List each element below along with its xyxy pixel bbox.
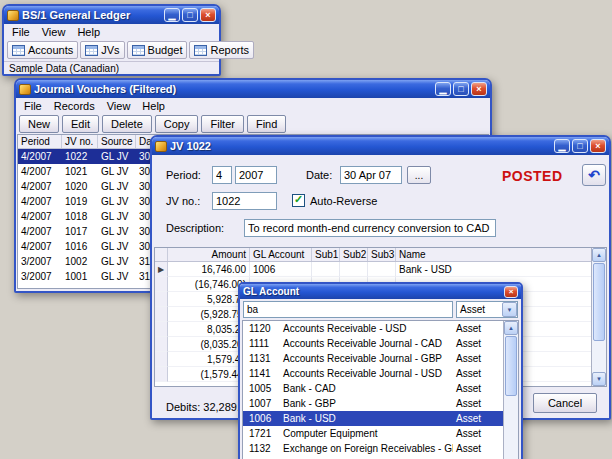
delete-button[interactable]: Delete (102, 115, 152, 133)
jv-line-row[interactable]: ▶ 16,746.00 1006 Bank - USD (155, 262, 606, 277)
cell-account-name: Exchange on Foreign Receivables - GBP (281, 443, 453, 454)
menu-help[interactable]: Help (71, 26, 106, 38)
gl-account-row-selected[interactable]: 1006 Bank - USD Asset (243, 411, 518, 426)
find-button[interactable]: Find (247, 115, 286, 133)
period-input[interactable] (212, 166, 232, 184)
cell-period: 4/2007 (18, 196, 62, 207)
gl-account-row[interactable]: 1721 Computer Equipment Asset (243, 426, 518, 441)
row-selector-cell (155, 277, 168, 292)
scroll-up-button[interactable]: ▲ (592, 248, 606, 262)
maximize-button[interactable]: □ (572, 139, 588, 153)
menu-view[interactable]: View (36, 26, 72, 38)
account-search-input[interactable] (243, 301, 453, 318)
jv-detail-titlebar[interactable]: JV 1022 ▁ □ × (152, 137, 609, 155)
date-browse-button[interactable]: ... (407, 166, 431, 184)
cell-jvno: 1001 (62, 271, 98, 282)
scroll-thumb[interactable] (593, 263, 605, 341)
new-button[interactable]: New (19, 115, 59, 133)
jv-list-titlebar[interactable]: Journal Vouchers (Filtered) ▁ □ × (16, 80, 490, 98)
cell-account-type: Asset (453, 428, 503, 439)
column-header-period[interactable]: Period (18, 135, 62, 148)
column-header-gl-account[interactable]: GL Account (250, 248, 312, 261)
jv-detail-title: JV 1022 (170, 140, 551, 152)
cell-account-number: 1120 (243, 323, 281, 334)
maximize-button[interactable]: □ (453, 82, 469, 96)
accounts-button[interactable]: Accounts (7, 41, 78, 59)
budget-icon (132, 45, 145, 56)
jv-grid-scrollbar[interactable]: ▲ ▼ (591, 248, 606, 386)
scroll-up-button[interactable]: ▲ (504, 321, 518, 335)
main-window-titlebar[interactable]: BS/1 General Ledger ▁ □ × (4, 6, 219, 24)
description-input[interactable] (244, 219, 496, 237)
jvno-label: JV no.: (166, 195, 200, 207)
window-controls: ▁ □ × (164, 8, 216, 22)
menu-view[interactable]: View (101, 100, 137, 112)
maximize-button[interactable]: □ (182, 8, 198, 22)
column-header-sub1[interactable]: Sub1 (312, 248, 340, 261)
row-selector-cell (155, 367, 168, 382)
gl-account-row[interactable]: 1007 Bank - GBP Asset (243, 396, 518, 411)
app-icon (7, 10, 19, 21)
close-button[interactable]: × (471, 82, 487, 96)
gl-account-row[interactable]: 1132 Exchange on Foreign Receivables - G… (243, 441, 518, 456)
edit-button[interactable]: Edit (62, 115, 99, 133)
menu-records[interactable]: Records (48, 100, 101, 112)
close-icon: × (205, 11, 210, 20)
copy-button[interactable]: Copy (155, 115, 199, 133)
minimize-button[interactable]: ▁ (435, 82, 451, 96)
auto-reverse-checkbox[interactable]: ✓ (292, 194, 305, 207)
window-controls: × (504, 286, 518, 298)
filter-button[interactable]: Filter (201, 115, 243, 133)
cell-account-name: Accounts Receivable Journal - GBP (281, 353, 453, 364)
scroll-up-icon: ▲ (596, 252, 602, 258)
menu-file[interactable]: File (18, 100, 48, 112)
close-button[interactable]: × (200, 8, 216, 22)
column-header-selector (155, 248, 168, 261)
jv-list-title: Journal Vouchers (Filtered) (34, 83, 432, 95)
menu-file[interactable]: File (6, 26, 36, 38)
period-year-input[interactable] (235, 166, 277, 184)
minimize-icon: ▁ (559, 142, 566, 151)
scroll-thumb[interactable] (505, 336, 517, 396)
column-header-sub2[interactable]: Sub2 (340, 248, 368, 261)
minimize-button[interactable]: ▁ (164, 8, 180, 22)
cell-source: GL JV (98, 271, 136, 282)
cell-account-type: Asset (453, 338, 503, 349)
cell-source: GL JV (98, 226, 136, 237)
account-type-filter[interactable]: Asset ▼ (456, 301, 518, 318)
menu-help[interactable]: Help (136, 100, 171, 112)
reports-button[interactable]: Reports (189, 41, 254, 59)
cell-jvno: 1016 (62, 241, 98, 252)
close-button[interactable]: × (590, 139, 606, 153)
scroll-down-button[interactable]: ▼ (592, 372, 606, 386)
cell-account-number: 1721 (243, 428, 281, 439)
checkmark-icon: ✓ (294, 194, 303, 205)
maximize-icon: □ (187, 11, 192, 20)
jvs-button[interactable]: JVs (80, 41, 124, 59)
gl-list-scrollbar[interactable]: ▲ (503, 321, 518, 459)
cancel-button[interactable]: Cancel (533, 393, 597, 413)
period-label: Period: (166, 169, 201, 181)
row-selector-cell (155, 292, 168, 307)
gl-account-row[interactable]: 1111 Accounts Receivable Journal - CAD A… (243, 336, 518, 351)
column-header-amount[interactable]: Amount (168, 248, 250, 261)
column-header-sub3[interactable]: Sub3 (368, 248, 396, 261)
column-header-source[interactable]: Source (98, 135, 136, 148)
undo-button[interactable]: ↶ (582, 164, 606, 186)
gl-account-row[interactable]: 1141 Accounts Receivable Journal - USD A… (243, 366, 518, 381)
dropdown-arrow-icon[interactable]: ▼ (502, 302, 517, 317)
column-header-name[interactable]: Name (396, 248, 606, 261)
minimize-button[interactable]: ▁ (554, 139, 570, 153)
gl-account-row[interactable]: 1131 Accounts Receivable Journal - GBP A… (243, 351, 518, 366)
gl-popup-titlebar[interactable]: GL Account × (240, 284, 521, 299)
jvs-label: JVs (101, 44, 119, 56)
budget-button[interactable]: Budget (127, 41, 188, 59)
date-input[interactable] (340, 166, 402, 184)
gl-account-row[interactable]: 1120 Accounts Receivable - USD Asset (243, 321, 518, 336)
close-button[interactable]: × (504, 286, 518, 298)
main-menubar: File View Help (4, 24, 219, 39)
cell-sub2 (340, 262, 368, 277)
jvno-input[interactable] (212, 192, 277, 210)
gl-account-row[interactable]: 1005 Bank - CAD Asset (243, 381, 518, 396)
column-header-jvno[interactable]: JV no. (62, 135, 98, 148)
